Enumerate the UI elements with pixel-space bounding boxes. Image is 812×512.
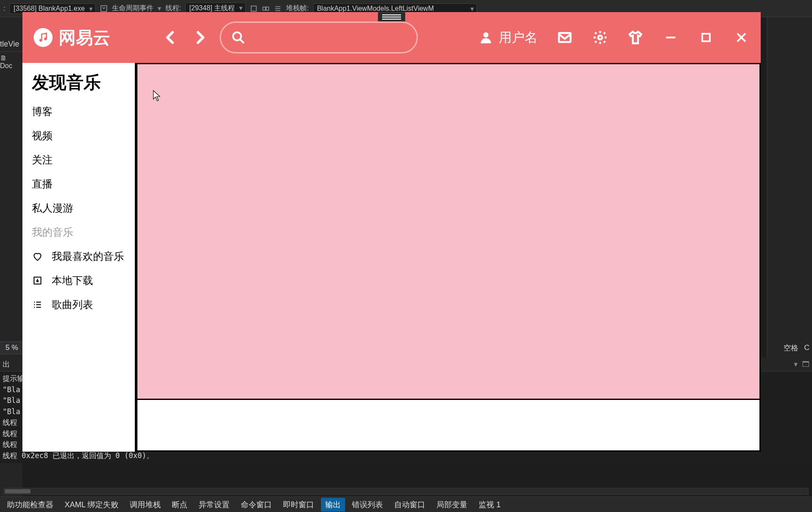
- output-line: "Bla: [3, 407, 20, 416]
- svg-point-5: [44, 37, 47, 41]
- maximize-icon: [700, 31, 712, 44]
- heart-icon: [32, 251, 43, 262]
- user-icon: [478, 30, 494, 45]
- vs-doc-row[interactable]: 🗎 Doc: [0, 51, 22, 72]
- sidebar: 发现音乐 博客 视频 关注 直播 私人漫游 我的音乐 我最喜欢的音乐 本地下载: [22, 63, 136, 452]
- search-input[interactable]: [251, 33, 406, 42]
- download-icon: [32, 275, 43, 286]
- bottom-tab[interactable]: XAML 绑定失败: [60, 498, 123, 512]
- mouse-cursor-icon: [153, 90, 161, 101]
- output-line: 线程: [3, 440, 17, 449]
- sidebar-item-follow[interactable]: 关注: [22, 148, 135, 172]
- header-actions: 用户名: [478, 29, 750, 47]
- user-label: 用户名: [499, 29, 538, 47]
- thread-label: 线程:: [165, 4, 181, 13]
- bottom-tab[interactable]: 命令窗口: [236, 498, 276, 512]
- output-line: 线程 0x2ec8 已退出，返回值为 0 (0x0)。: [3, 451, 154, 460]
- sidebar-item-label: 本地下载: [52, 274, 93, 287]
- thread-tree-icon[interactable]: [274, 5, 282, 12]
- vs-bottom-toolwindow-tabs: 助功能检查器XAML 绑定失败调用堆栈断点异常设置命令窗口即时窗口输出错误列表自…: [0, 496, 812, 512]
- bottom-tab[interactable]: 助功能检查器: [3, 498, 58, 512]
- svg-rect-2: [263, 7, 265, 10]
- content-footer-panel[interactable]: [136, 400, 761, 452]
- sidebar-item-label: 我最喜欢的音乐: [52, 250, 124, 263]
- lifecycle-label: 生命周期事件: [112, 4, 153, 13]
- sidebar-item-songlist[interactable]: 歌曲列表: [22, 293, 135, 317]
- mail-icon: [557, 30, 572, 45]
- bottom-tab[interactable]: 自动窗口: [390, 498, 429, 512]
- theme-button[interactable]: [627, 29, 644, 46]
- sidebar-item-favorite[interactable]: 我最喜欢的音乐: [22, 244, 135, 268]
- status-spaces[interactable]: 空格: [784, 343, 798, 353]
- vs-doc-label: Doc: [0, 62, 12, 69]
- search-box[interactable]: [220, 22, 418, 53]
- status-encoding[interactable]: C: [804, 343, 809, 352]
- music-app-window: 网易云 用户名: [22, 12, 761, 452]
- content-main-panel[interactable]: [136, 63, 761, 400]
- stackframe-label: 堆栈帧:: [286, 4, 308, 13]
- close-button[interactable]: [733, 29, 750, 46]
- vs-zoom-indicator[interactable]: 5 %: [0, 341, 24, 354]
- svg-rect-10: [702, 34, 710, 41]
- thread-flag-icon[interactable]: [250, 5, 258, 12]
- bottom-tab[interactable]: 输出: [321, 498, 345, 512]
- list-icon: [32, 299, 43, 310]
- output-hint: 提示输: [3, 374, 25, 383]
- svg-rect-8: [559, 33, 571, 42]
- horizontal-scrollbar[interactable]: [3, 488, 809, 495]
- shirt-icon: [628, 30, 643, 45]
- vs-right-tool-strip: [767, 17, 812, 358]
- sidebar-section-mymusic: 我的音乐: [22, 220, 135, 244]
- output-line: 线程: [3, 429, 17, 438]
- gear-icon: [592, 30, 608, 45]
- bottom-tab[interactable]: 监视 1: [474, 498, 505, 512]
- output-line: 线程: [3, 418, 17, 427]
- svg-point-4: [39, 39, 42, 42]
- nav-back-button[interactable]: [161, 28, 180, 47]
- mail-button[interactable]: [557, 29, 573, 46]
- svg-point-9: [598, 36, 602, 40]
- bottom-tab[interactable]: 异常设置: [194, 498, 234, 512]
- vs-status-right: 空格 C: [784, 341, 809, 354]
- scrollbar-thumb[interactable]: [5, 489, 31, 493]
- svg-rect-1: [251, 6, 256, 11]
- brand[interactable]: 网易云: [34, 26, 110, 50]
- app-header: 网易云 用户名: [22, 12, 761, 63]
- output-line: "Bla: [3, 385, 20, 394]
- output-dropdown-icon[interactable]: ▾: [794, 360, 798, 369]
- maximize-button[interactable]: [698, 29, 714, 46]
- minimize-button[interactable]: [663, 29, 679, 46]
- minimize-icon: [664, 31, 678, 44]
- user-button[interactable]: 用户名: [478, 29, 538, 47]
- output-tab-title[interactable]: 出: [3, 359, 10, 369]
- search-icon: [231, 31, 245, 44]
- bottom-tab[interactable]: 局部变量: [432, 498, 472, 512]
- svg-point-7: [483, 32, 488, 37]
- sidebar-item-roam[interactable]: 私人漫游: [22, 196, 135, 220]
- content-area: [136, 63, 761, 452]
- sidebar-item-label: 歌曲列表: [52, 298, 93, 312]
- toolbar-colon: :: [3, 5, 5, 12]
- bottom-tab[interactable]: 即时窗口: [279, 498, 318, 512]
- lifecycle-icon[interactable]: [100, 5, 108, 12]
- close-icon: [734, 31, 748, 44]
- output-line: "Bla: [3, 396, 20, 405]
- xaml-debug-handle[interactable]: [378, 12, 405, 22]
- sidebar-item-live[interactable]: 直播: [22, 172, 135, 196]
- bottom-tab[interactable]: 断点: [168, 498, 192, 512]
- sidebar-item-video[interactable]: 视频: [22, 124, 135, 148]
- logo-icon: [34, 28, 53, 47]
- sidebar-item-blog[interactable]: 博客: [22, 100, 135, 124]
- sidebar-title[interactable]: 发现音乐: [22, 69, 135, 100]
- bottom-tab[interactable]: 错误列表: [348, 498, 387, 512]
- app-body: 发现音乐 博客 视频 关注 直播 私人漫游 我的音乐 我最喜欢的音乐 本地下载: [22, 63, 761, 452]
- bottom-tab[interactable]: 调用堆栈: [125, 498, 165, 512]
- settings-button[interactable]: [592, 29, 608, 46]
- svg-rect-3: [266, 7, 269, 10]
- output-pin-icon[interactable]: 🗖: [802, 360, 809, 369]
- vs-doc-icon: 🗎: [0, 54, 7, 62]
- brand-text: 网易云: [59, 26, 110, 50]
- nav-forward-button[interactable]: [190, 28, 209, 47]
- thread-group-icon[interactable]: [262, 5, 270, 12]
- sidebar-item-download[interactable]: 本地下载: [22, 268, 135, 293]
